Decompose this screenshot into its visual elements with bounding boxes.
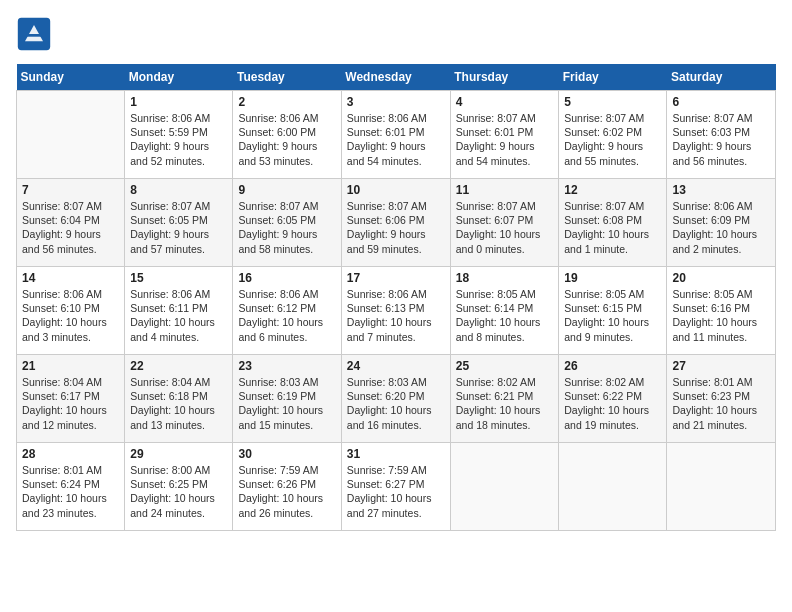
day-info: Sunrise: 8:06 AMSunset: 6:12 PMDaylight:… (238, 287, 335, 344)
day-number: 10 (347, 183, 445, 197)
svg-rect-2 (27, 34, 41, 37)
day-info: Sunrise: 8:07 AMSunset: 6:01 PMDaylight:… (456, 111, 554, 168)
day-number: 18 (456, 271, 554, 285)
day-number: 14 (22, 271, 119, 285)
day-number: 13 (672, 183, 770, 197)
day-info: Sunrise: 8:05 AMSunset: 6:16 PMDaylight:… (672, 287, 770, 344)
day-number: 27 (672, 359, 770, 373)
day-number: 31 (347, 447, 445, 461)
day-info: Sunrise: 8:07 AMSunset: 6:03 PMDaylight:… (672, 111, 770, 168)
calendar-cell: 25Sunrise: 8:02 AMSunset: 6:21 PMDayligh… (450, 355, 559, 443)
calendar-week-row: 1Sunrise: 8:06 AMSunset: 5:59 PMDaylight… (17, 91, 776, 179)
day-number: 9 (238, 183, 335, 197)
calendar-cell: 22Sunrise: 8:04 AMSunset: 6:18 PMDayligh… (125, 355, 233, 443)
day-info: Sunrise: 8:02 AMSunset: 6:21 PMDaylight:… (456, 375, 554, 432)
page-header (16, 16, 776, 52)
calendar-cell: 5Sunrise: 8:07 AMSunset: 6:02 PMDaylight… (559, 91, 667, 179)
day-number: 22 (130, 359, 227, 373)
calendar-cell: 3Sunrise: 8:06 AMSunset: 6:01 PMDaylight… (341, 91, 450, 179)
calendar-cell: 11Sunrise: 8:07 AMSunset: 6:07 PMDayligh… (450, 179, 559, 267)
day-info: Sunrise: 8:07 AMSunset: 6:07 PMDaylight:… (456, 199, 554, 256)
day-info: Sunrise: 8:05 AMSunset: 6:14 PMDaylight:… (456, 287, 554, 344)
weekday-header: Saturday (667, 64, 776, 91)
calendar-cell: 17Sunrise: 8:06 AMSunset: 6:13 PMDayligh… (341, 267, 450, 355)
day-info: Sunrise: 8:04 AMSunset: 6:18 PMDaylight:… (130, 375, 227, 432)
calendar-cell: 13Sunrise: 8:06 AMSunset: 6:09 PMDayligh… (667, 179, 776, 267)
day-number: 6 (672, 95, 770, 109)
day-number: 1 (130, 95, 227, 109)
day-info: Sunrise: 8:07 AMSunset: 6:05 PMDaylight:… (238, 199, 335, 256)
day-info: Sunrise: 7:59 AMSunset: 6:27 PMDaylight:… (347, 463, 445, 520)
weekday-header: Tuesday (233, 64, 341, 91)
day-info: Sunrise: 8:06 AMSunset: 6:09 PMDaylight:… (672, 199, 770, 256)
calendar-cell: 12Sunrise: 8:07 AMSunset: 6:08 PMDayligh… (559, 179, 667, 267)
day-info: Sunrise: 8:06 AMSunset: 5:59 PMDaylight:… (130, 111, 227, 168)
day-number: 11 (456, 183, 554, 197)
calendar-cell: 8Sunrise: 8:07 AMSunset: 6:05 PMDaylight… (125, 179, 233, 267)
calendar-cell: 24Sunrise: 8:03 AMSunset: 6:20 PMDayligh… (341, 355, 450, 443)
day-info: Sunrise: 8:07 AMSunset: 6:04 PMDaylight:… (22, 199, 119, 256)
calendar-cell (667, 443, 776, 531)
calendar-cell: 31Sunrise: 7:59 AMSunset: 6:27 PMDayligh… (341, 443, 450, 531)
day-info: Sunrise: 8:02 AMSunset: 6:22 PMDaylight:… (564, 375, 661, 432)
calendar-cell: 27Sunrise: 8:01 AMSunset: 6:23 PMDayligh… (667, 355, 776, 443)
calendar-cell: 9Sunrise: 8:07 AMSunset: 6:05 PMDaylight… (233, 179, 341, 267)
weekday-header: Thursday (450, 64, 559, 91)
calendar-cell: 23Sunrise: 8:03 AMSunset: 6:19 PMDayligh… (233, 355, 341, 443)
day-number: 20 (672, 271, 770, 285)
calendar-cell: 4Sunrise: 8:07 AMSunset: 6:01 PMDaylight… (450, 91, 559, 179)
calendar-cell: 29Sunrise: 8:00 AMSunset: 6:25 PMDayligh… (125, 443, 233, 531)
calendar-cell: 21Sunrise: 8:04 AMSunset: 6:17 PMDayligh… (17, 355, 125, 443)
day-number: 29 (130, 447, 227, 461)
day-number: 7 (22, 183, 119, 197)
calendar-cell: 19Sunrise: 8:05 AMSunset: 6:15 PMDayligh… (559, 267, 667, 355)
calendar-cell: 28Sunrise: 8:01 AMSunset: 6:24 PMDayligh… (17, 443, 125, 531)
calendar-week-row: 14Sunrise: 8:06 AMSunset: 6:10 PMDayligh… (17, 267, 776, 355)
weekday-header: Friday (559, 64, 667, 91)
calendar-cell: 16Sunrise: 8:06 AMSunset: 6:12 PMDayligh… (233, 267, 341, 355)
day-info: Sunrise: 8:03 AMSunset: 6:19 PMDaylight:… (238, 375, 335, 432)
day-info: Sunrise: 8:04 AMSunset: 6:17 PMDaylight:… (22, 375, 119, 432)
calendar-cell: 26Sunrise: 8:02 AMSunset: 6:22 PMDayligh… (559, 355, 667, 443)
day-number: 16 (238, 271, 335, 285)
calendar-cell (17, 91, 125, 179)
calendar-week-row: 28Sunrise: 8:01 AMSunset: 6:24 PMDayligh… (17, 443, 776, 531)
calendar-cell: 2Sunrise: 8:06 AMSunset: 6:00 PMDaylight… (233, 91, 341, 179)
day-info: Sunrise: 8:07 AMSunset: 6:02 PMDaylight:… (564, 111, 661, 168)
day-number: 21 (22, 359, 119, 373)
weekday-header: Sunday (17, 64, 125, 91)
day-number: 3 (347, 95, 445, 109)
calendar-cell: 7Sunrise: 8:07 AMSunset: 6:04 PMDaylight… (17, 179, 125, 267)
calendar-cell: 10Sunrise: 8:07 AMSunset: 6:06 PMDayligh… (341, 179, 450, 267)
day-info: Sunrise: 8:07 AMSunset: 6:06 PMDaylight:… (347, 199, 445, 256)
weekday-header: Monday (125, 64, 233, 91)
day-number: 17 (347, 271, 445, 285)
calendar-table: SundayMondayTuesdayWednesdayThursdayFrid… (16, 64, 776, 531)
logo (16, 16, 56, 52)
day-info: Sunrise: 8:00 AMSunset: 6:25 PMDaylight:… (130, 463, 227, 520)
day-info: Sunrise: 8:07 AMSunset: 6:05 PMDaylight:… (130, 199, 227, 256)
weekday-header: Wednesday (341, 64, 450, 91)
day-number: 15 (130, 271, 227, 285)
day-number: 23 (238, 359, 335, 373)
calendar-cell: 18Sunrise: 8:05 AMSunset: 6:14 PMDayligh… (450, 267, 559, 355)
calendar-cell (450, 443, 559, 531)
day-number: 25 (456, 359, 554, 373)
day-info: Sunrise: 8:06 AMSunset: 6:11 PMDaylight:… (130, 287, 227, 344)
calendar-cell: 6Sunrise: 8:07 AMSunset: 6:03 PMDaylight… (667, 91, 776, 179)
calendar-cell: 20Sunrise: 8:05 AMSunset: 6:16 PMDayligh… (667, 267, 776, 355)
day-number: 5 (564, 95, 661, 109)
day-info: Sunrise: 8:07 AMSunset: 6:08 PMDaylight:… (564, 199, 661, 256)
day-info: Sunrise: 8:01 AMSunset: 6:24 PMDaylight:… (22, 463, 119, 520)
day-number: 8 (130, 183, 227, 197)
day-info: Sunrise: 8:06 AMSunset: 6:01 PMDaylight:… (347, 111, 445, 168)
day-number: 24 (347, 359, 445, 373)
day-number: 12 (564, 183, 661, 197)
calendar-cell: 30Sunrise: 7:59 AMSunset: 6:26 PMDayligh… (233, 443, 341, 531)
day-number: 26 (564, 359, 661, 373)
day-number: 30 (238, 447, 335, 461)
day-info: Sunrise: 8:06 AMSunset: 6:10 PMDaylight:… (22, 287, 119, 344)
calendar-header-row: SundayMondayTuesdayWednesdayThursdayFrid… (17, 64, 776, 91)
day-info: Sunrise: 8:01 AMSunset: 6:23 PMDaylight:… (672, 375, 770, 432)
day-info: Sunrise: 8:05 AMSunset: 6:15 PMDaylight:… (564, 287, 661, 344)
